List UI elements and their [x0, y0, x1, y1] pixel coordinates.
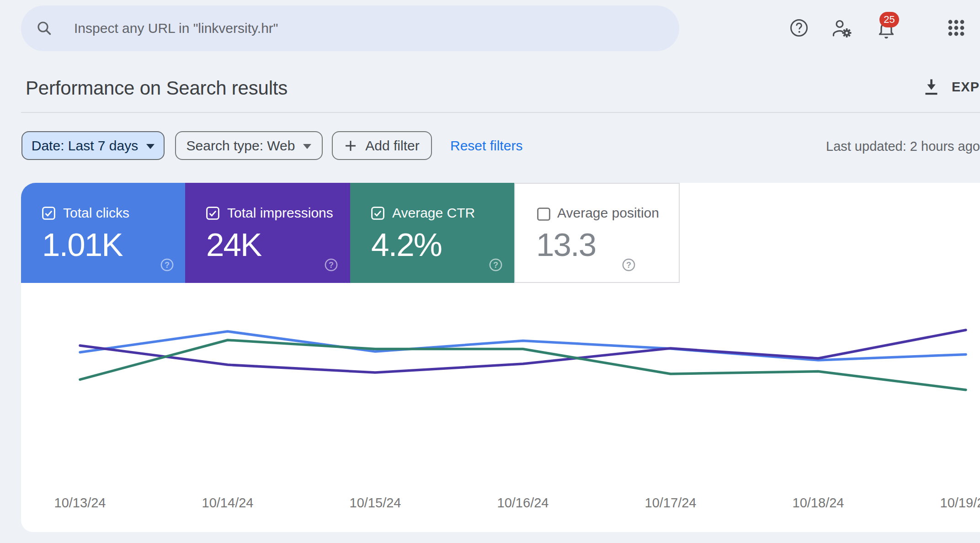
search-icon: [36, 20, 53, 37]
checkbox-checked-icon[interactable]: [206, 207, 219, 220]
apps-grid-button[interactable]: [946, 18, 966, 38]
svg-text:?: ?: [329, 261, 334, 270]
download-icon: [923, 78, 940, 96]
search-type-filter-label: Search type: Web: [186, 138, 295, 154]
user-settings-button[interactable]: [831, 18, 853, 38]
metric-value: 24K: [206, 226, 261, 263]
add-filter-chip[interactable]: Add filter: [332, 131, 432, 160]
page-title: Performance on Search results: [26, 77, 288, 99]
chevron-down-icon: [146, 144, 154, 149]
help-button[interactable]: [789, 18, 809, 38]
x-axis-label: 10/16/24: [497, 495, 549, 511]
header-divider: [21, 112, 980, 113]
checkbox-unchecked-icon[interactable]: [537, 208, 550, 221]
checkbox-checked-icon[interactable]: [371, 207, 384, 220]
svg-text:?: ?: [165, 261, 170, 270]
help-icon[interactable]: ?: [622, 258, 635, 272]
export-button[interactable]: EXPORT: [923, 72, 980, 102]
x-axis-label: 10/17/24: [645, 495, 697, 511]
x-axis-label: 10/19/24: [940, 495, 980, 511]
x-axis-label: 10/15/24: [350, 495, 401, 511]
reset-filters-link[interactable]: Reset filters: [450, 138, 522, 154]
help-icon[interactable]: ?: [489, 258, 502, 272]
metric-label: Average position: [557, 207, 659, 219]
help-icon[interactable]: ?: [325, 258, 338, 272]
date-filter-chip[interactable]: Date: Last 7 days: [21, 131, 165, 160]
apps-grid-icon: [946, 18, 966, 38]
x-axis-label: 10/18/24: [793, 495, 844, 511]
metric-label: Average CTR: [392, 207, 475, 219]
svg-text:?: ?: [493, 261, 498, 270]
notification-count-badge: 25: [879, 12, 899, 27]
plus-icon: [344, 139, 357, 152]
url-inspection-input[interactable]: [74, 21, 623, 36]
user-settings-icon: [831, 18, 853, 38]
last-updated-text: Last updated: 2 hours ago: [826, 139, 980, 154]
checkbox-checked-icon[interactable]: [42, 207, 55, 220]
help-icon[interactable]: ?: [160, 258, 174, 272]
x-axis-label: 10/14/24: [202, 495, 254, 511]
svg-text:?: ?: [626, 261, 631, 270]
url-inspection-search-bar: [21, 5, 679, 51]
metric-value: 1.01K: [42, 226, 122, 263]
export-label: EXPORT: [952, 80, 980, 95]
date-filter-label: Date: Last 7 days: [32, 138, 138, 154]
metric-value: 13.3: [536, 226, 596, 263]
metric-label: Total impressions: [227, 207, 333, 219]
metric-value: 4.2%: [371, 226, 442, 263]
search-type-filter-chip[interactable]: Search type: Web: [175, 131, 323, 160]
add-filter-label: Add filter: [365, 138, 419, 154]
x-axis-label: 10/13/24: [54, 495, 106, 511]
chevron-down-icon: [303, 144, 311, 149]
help-icon: [789, 18, 809, 38]
metric-label: Total clicks: [63, 207, 129, 219]
